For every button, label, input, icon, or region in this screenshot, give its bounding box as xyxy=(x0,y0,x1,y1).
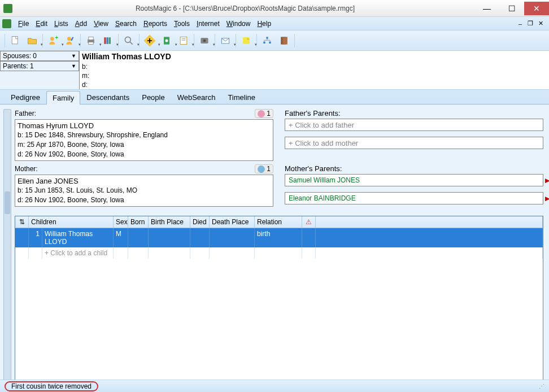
spouses-selector[interactable]: Spouses: 0▼ xyxy=(0,51,79,61)
tool-tree[interactable] xyxy=(259,33,275,49)
svg-rect-8 xyxy=(104,37,106,44)
tab-descendants[interactable]: Descendants xyxy=(80,90,136,104)
app-icon xyxy=(3,4,12,13)
svg-rect-22 xyxy=(266,37,268,38)
tool-media[interactable]: ▾ xyxy=(197,33,212,49)
svg-rect-6 xyxy=(89,37,93,40)
tool-edit-person[interactable]: ▾ xyxy=(62,33,78,49)
tab-family[interactable]: Family xyxy=(46,91,80,104)
relationship-status: First cousin twice removed xyxy=(5,381,98,391)
children-table: ⇅ Children Sex Born Birth Place Died Dea… xyxy=(15,216,543,385)
tool-note[interactable]: ▾ xyxy=(238,33,254,49)
col-children[interactable]: Children xyxy=(29,216,114,228)
add-paternal-grandmother[interactable]: + Click to add mother xyxy=(285,137,543,149)
menu-add[interactable]: Add xyxy=(72,19,90,29)
tool-navigate[interactable]: ▾ xyxy=(142,33,158,49)
add-child-row[interactable]: + Click to add a child xyxy=(15,247,543,259)
tool-certificate[interactable]: ▾ xyxy=(176,33,191,49)
col-warning[interactable]: ⚠ xyxy=(302,216,316,228)
svg-rect-10 xyxy=(109,37,111,44)
tab-timeline[interactable]: Timeline xyxy=(221,90,262,104)
info-strip: Spouses: 0▼ Parents: 1▼ William Thomas L… xyxy=(0,51,549,90)
nav-right-icon[interactable]: ▶ xyxy=(545,195,549,202)
svg-rect-23 xyxy=(263,41,265,43)
child-row[interactable]: 1 William Thomas LLOYD M birth xyxy=(15,228,543,247)
maternal-grandmother[interactable]: Eleanor BAINBRIDGE▶ xyxy=(285,192,543,204)
add-paternal-grandfather[interactable]: + Click to add father xyxy=(285,119,543,131)
svg-point-3 xyxy=(67,37,71,41)
mother-birth: b: 15 Jun 1853, St. Louis, St. Louis, MO xyxy=(18,186,271,195)
col-born[interactable]: Born xyxy=(128,216,149,228)
tool-books[interactable]: ▾ xyxy=(100,33,116,49)
tool-mail[interactable]: ▾ xyxy=(217,33,233,49)
mdi-restore-icon[interactable]: ❐ xyxy=(526,20,534,28)
status-bar: First cousin twice removed ⋰ xyxy=(0,380,549,392)
svg-line-12 xyxy=(130,41,133,44)
mother-badge[interactable]: 1 xyxy=(255,164,273,173)
person-blue-icon xyxy=(258,165,265,173)
nav-right-icon[interactable]: ▶ xyxy=(545,177,549,184)
menu-view[interactable]: View xyxy=(90,19,112,29)
father-marriage: m: 25 Apr 1870, Boone, Story, Iowa xyxy=(18,140,271,150)
tab-websearch[interactable]: WebSearch xyxy=(171,90,222,104)
col-death-place[interactable]: Death Place xyxy=(210,216,255,228)
resize-grip-icon[interactable]: ⋰ xyxy=(539,383,544,389)
maximize-button[interactable]: ☐ xyxy=(499,2,524,15)
menu-lists[interactable]: Lists xyxy=(51,19,72,29)
tool-open-file[interactable]: ▾ xyxy=(24,33,40,49)
menu-reports[interactable]: Reports xyxy=(140,19,171,29)
person-name: William Thomas LLOYD xyxy=(82,51,547,62)
svg-rect-26 xyxy=(283,37,287,44)
father-death: d: 26 Nov 1902, Boone, Story, Iowa xyxy=(18,150,271,159)
title-bar: RootsMagic 6 - [C:\Users\Bruce\Dropbox\R… xyxy=(0,0,549,17)
family-view: Father:1 Thomas Hyrum LLOYD b: 15 Dec 18… xyxy=(0,104,549,387)
person-death: d: xyxy=(82,80,547,89)
tool-print[interactable]: ▾ xyxy=(83,33,99,49)
tool-research[interactable]: ▾ xyxy=(159,33,175,49)
window-title: RootsMagic 6 - [C:\Users\Bruce\Dropbox\R… xyxy=(16,5,474,12)
close-button[interactable]: ✕ xyxy=(524,2,549,15)
mother-label: Mother:1 xyxy=(15,164,273,173)
person-pink-icon xyxy=(258,110,265,117)
father-name: Thomas Hyrum LLOYD xyxy=(18,121,271,130)
tool-add-person[interactable]: +▾ xyxy=(45,33,61,49)
col-died[interactable]: Died xyxy=(190,216,210,228)
tool-exit[interactable] xyxy=(276,33,292,49)
menu-file[interactable]: File xyxy=(15,19,32,29)
minimize-button[interactable]: — xyxy=(474,2,499,15)
parents-selector[interactable]: Parents: 1▼ xyxy=(0,61,79,71)
mother-box[interactable]: Ellen Jane JONES b: 15 Jun 1853, St. Lou… xyxy=(15,175,273,207)
col-birth-place[interactable]: Birth Place xyxy=(149,216,190,228)
svg-point-1 xyxy=(50,37,54,41)
menu-help[interactable]: Help xyxy=(254,19,274,29)
col-sort[interactable]: ⇅ xyxy=(15,216,29,228)
col-relation[interactable]: Relation xyxy=(255,216,302,228)
scrollbar-thumb[interactable] xyxy=(5,191,10,214)
tool-new-file[interactable] xyxy=(7,33,23,49)
svg-point-19 xyxy=(203,39,206,42)
svg-rect-0 xyxy=(12,36,18,43)
mdi-minimize-icon[interactable]: – xyxy=(516,20,524,28)
svg-rect-15 xyxy=(180,37,187,44)
maternal-grandfather[interactable]: Samuel William JONES▶ xyxy=(285,174,543,186)
svg-rect-7 xyxy=(89,42,93,44)
father-badge[interactable]: 1 xyxy=(255,109,273,118)
mdi-close-icon[interactable]: ✕ xyxy=(537,20,544,28)
menu-tools[interactable]: Tools xyxy=(171,19,193,29)
mother-name: Ellen Jane JONES xyxy=(18,176,271,186)
svg-rect-9 xyxy=(107,37,108,44)
tool-search[interactable]: ▾ xyxy=(121,33,137,49)
menu-internet[interactable]: Internet xyxy=(193,19,223,29)
father-label: Father:1 xyxy=(15,109,273,118)
menu-search[interactable]: Search xyxy=(112,19,140,29)
warning-icon: ⚠ xyxy=(306,218,312,226)
view-tabs: Pedigree Family Descendants People WebSe… xyxy=(0,90,549,104)
tab-people[interactable]: People xyxy=(136,90,171,104)
col-sex[interactable]: Sex xyxy=(114,216,128,228)
father-box[interactable]: Thomas Hyrum LLOYD b: 15 Dec 1848, Shrew… xyxy=(15,119,273,161)
menu-edit[interactable]: Edit xyxy=(32,19,51,29)
tab-pedigree[interactable]: Pedigree xyxy=(5,90,46,104)
menu-window[interactable]: Window xyxy=(223,19,254,29)
father-birth: b: 15 Dec 1848, Shrewsbury, Shropshire, … xyxy=(18,130,271,140)
vertical-scrollbar[interactable] xyxy=(3,109,11,382)
